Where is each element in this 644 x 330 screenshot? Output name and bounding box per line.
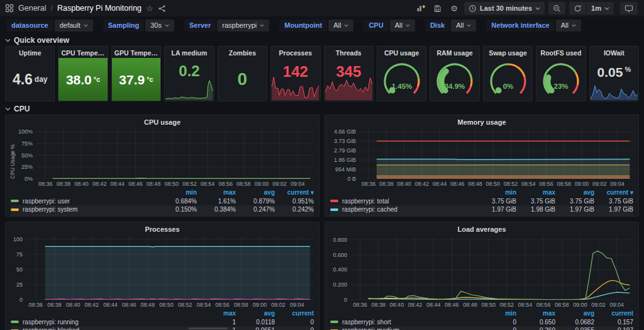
- panel-title[interactable]: Uptime: [6, 47, 54, 58]
- chevron-down-icon: [572, 24, 576, 27]
- legend-column-min[interactable]: min: [158, 189, 197, 196]
- legend-series-name[interactable]: raspberrypi: blocked: [11, 327, 197, 330]
- legend-value: 0.384%: [197, 206, 236, 213]
- panel-title[interactable]: Processes: [271, 47, 319, 58]
- variable-value-dropdown[interactable]: All: [451, 20, 476, 31]
- y-axis-tick: 3.73 GiB: [334, 138, 356, 144]
- panel-iowait: IOWait 0.05%: [589, 46, 639, 101]
- x-axis-tick: 08:40: [397, 181, 411, 187]
- variable-datasource: datasource default: [6, 20, 93, 31]
- variable-value-dropdown[interactable]: All: [390, 20, 415, 31]
- refresh-interval-dropdown[interactable]: 1m: [587, 2, 614, 14]
- legend-value: 0: [275, 319, 314, 326]
- x-axis-tick: 08:48: [141, 302, 155, 308]
- time-range-picker[interactable]: Last 30 minutes: [464, 2, 545, 14]
- y-axis-tick: 0: [344, 297, 347, 303]
- panel-title[interactable]: CPU usage: [6, 115, 319, 127]
- legend-series-name[interactable]: raspberrypi: total: [330, 198, 477, 205]
- y-axis-tick: 0.800: [333, 237, 347, 243]
- ram-usage-gauge: 34.9%: [430, 58, 479, 101]
- y-axis-tick: 50%: [21, 152, 33, 159]
- breadcrumb-dashboard[interactable]: Raspberry Pi Monitoring: [57, 4, 142, 13]
- legend-column-min[interactable]: min: [477, 189, 516, 196]
- dashboard-settings-icon[interactable]: ⚙: [448, 2, 460, 14]
- chevron-down-icon: [467, 24, 471, 27]
- plot-area[interactable]: [26, 237, 314, 300]
- breadcrumb-folder[interactable]: General: [18, 4, 46, 13]
- panel-title[interactable]: CPU usage: [377, 47, 426, 58]
- legend-series-name[interactable]: raspberrypi: short: [330, 319, 477, 326]
- legend-column-avg[interactable]: avg: [236, 189, 275, 196]
- breadcrumb-separator: /: [50, 4, 52, 13]
- variable-value-dropdown[interactable]: raspberrypi: [217, 20, 269, 31]
- legend-series-swatch: [11, 208, 19, 211]
- legend-header: maxavgcurrent: [11, 309, 314, 318]
- legend-column-min[interactable]: min: [477, 310, 516, 317]
- panel-title[interactable]: Zombies: [218, 47, 267, 58]
- stat-value: 0.05: [597, 65, 623, 79]
- variable-label: Server: [184, 20, 216, 31]
- save-dashboard-icon[interactable]: [431, 2, 444, 14]
- variable-value-dropdown[interactable]: All: [556, 20, 581, 31]
- add-panel-icon[interactable]: [415, 2, 428, 14]
- legend-column-current[interactable]: current ▾: [594, 189, 633, 196]
- variable-value-dropdown[interactable]: All: [328, 20, 353, 31]
- legend-series-name[interactable]: raspberrypi: running: [11, 319, 197, 326]
- legend-column-avg[interactable]: avg: [555, 189, 594, 196]
- legend-row: raspberrypi: running10.01180: [11, 318, 314, 327]
- legend-column-max[interactable]: max: [197, 189, 236, 196]
- zoom-out-time-button[interactable]: [548, 2, 565, 14]
- panel-title[interactable]: Swap usage: [484, 47, 532, 58]
- variable-value-dropdown[interactable]: default: [55, 20, 93, 31]
- panel-title[interactable]: Memory usage: [325, 115, 638, 127]
- legend-column-avg[interactable]: avg: [236, 310, 275, 317]
- legend-column-current[interactable]: current: [594, 310, 633, 317]
- section-header-cpu[interactable]: CPU: [5, 104, 639, 113]
- legend-column-max[interactable]: max: [516, 310, 555, 317]
- legend-series-name[interactable]: raspberrypi: cached: [330, 206, 477, 213]
- panel-title[interactable]: CPU Temperat...: [58, 47, 107, 58]
- plot-area[interactable]: [360, 130, 633, 179]
- x-axis-tick: 09:00: [253, 302, 267, 308]
- legend-column-max[interactable]: max: [516, 189, 555, 196]
- panel-title[interactable]: Load averages: [325, 222, 638, 234]
- refresh-button[interactable]: [569, 2, 586, 14]
- legend-column-max[interactable]: max: [197, 310, 236, 317]
- legend-series-name[interactable]: raspberrypi: system: [11, 206, 158, 213]
- x-axis-tick: 08:44: [433, 181, 447, 187]
- plot-area[interactable]: [36, 130, 314, 179]
- share-icon[interactable]: [158, 4, 166, 13]
- variable-label: Disk: [425, 20, 450, 31]
- section-header-quick-overview[interactable]: Quick overview: [5, 35, 639, 45]
- panel-title[interactable]: RAM usage: [430, 47, 479, 58]
- x-axis-tick: 08:56: [539, 181, 553, 187]
- legend-series-name[interactable]: raspberrypi: user: [11, 198, 158, 205]
- legend-value: 3.75 GiB: [594, 198, 633, 205]
- legend-value: 0.157: [594, 319, 633, 326]
- legend-column-avg[interactable]: avg: [555, 310, 594, 317]
- top-navigation-bar: General / Raspberry Pi Monitoring ☆: [0, 0, 644, 16]
- plot-area[interactable]: [351, 237, 633, 300]
- favorite-star-icon[interactable]: ☆: [146, 4, 153, 13]
- legend-value: 1.97 GiB: [594, 206, 633, 213]
- horizontal-scrollbar-thumb[interactable]: [189, 327, 228, 329]
- variable-network-interface: Network interface All: [486, 20, 581, 31]
- variable-value-dropdown[interactable]: 30s: [145, 20, 174, 31]
- panel-processes-stat: Processes 142: [270, 46, 320, 101]
- panel-title[interactable]: GPU Temperat...: [112, 47, 160, 58]
- dashboards-grid-icon[interactable]: [5, 4, 14, 13]
- y-axis-tick: 0.600: [333, 252, 347, 258]
- panel-title[interactable]: RootFS used: [536, 47, 585, 58]
- x-axis-tick: 08:46: [445, 302, 459, 308]
- panel-title[interactable]: Threads: [325, 47, 373, 58]
- x-axis-tick: 09:02: [271, 302, 286, 308]
- panel-title[interactable]: IOWait: [590, 47, 638, 58]
- panel-title[interactable]: Processes: [6, 222, 319, 234]
- panel-title[interactable]: LA medium: [165, 47, 213, 58]
- legend-series-name[interactable]: raspberrypi: medium: [330, 327, 477, 330]
- legend-column-current[interactable]: current: [275, 310, 314, 317]
- kiosk-mode-button[interactable]: [620, 2, 638, 14]
- x-axis-tick: 08:54: [518, 302, 533, 308]
- x-axis-tick: 08:52: [504, 181, 518, 187]
- legend-column-current[interactable]: current ▾: [275, 189, 314, 196]
